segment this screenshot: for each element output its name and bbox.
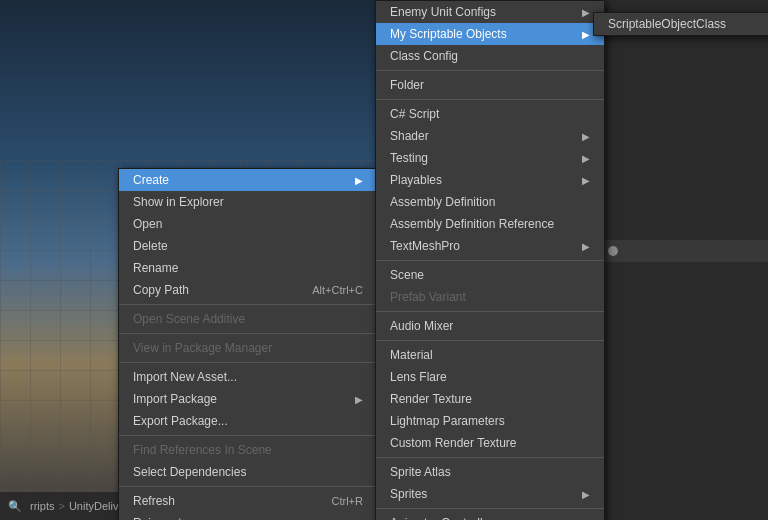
custom-render-texture-label: Custom Render Texture bbox=[390, 436, 517, 450]
menu-item-find-references: Find References In Scene bbox=[119, 439, 377, 461]
copy-path-shortcut: Alt+Ctrl+C bbox=[312, 284, 363, 296]
menu-item-prefab-variant: Prefab Variant bbox=[376, 286, 604, 308]
prefab-variant-label: Prefab Variant bbox=[390, 290, 466, 304]
menu-item-create[interactable]: Create ▶ bbox=[119, 169, 377, 191]
menu-item-show-explorer-label: Show in Explorer bbox=[133, 195, 224, 209]
menu-item-open-scene-additive-label: Open Scene Additive bbox=[133, 312, 245, 326]
lens-flare-label: Lens Flare bbox=[390, 370, 447, 384]
menu-item-custom-render-texture[interactable]: Custom Render Texture bbox=[376, 432, 604, 454]
menu-item-import-package-label: Import Package bbox=[133, 392, 217, 406]
menu-item-enemy-unit-configs[interactable]: Enemy Unit Configs ▶ bbox=[376, 1, 604, 23]
menu-item-copy-path[interactable]: Copy Path Alt+Ctrl+C bbox=[119, 279, 377, 301]
menu-item-export-package-label: Export Package... bbox=[133, 414, 228, 428]
menu-item-assembly-definition-reference[interactable]: Assembly Definition Reference bbox=[376, 213, 604, 235]
separator-1 bbox=[119, 304, 377, 305]
menu-item-rename-label: Rename bbox=[133, 261, 178, 275]
scriptable-arrow-icon: ▶ bbox=[582, 29, 590, 40]
scale-indicator bbox=[608, 246, 618, 256]
menu-item-csharp-script[interactable]: C# Script bbox=[376, 103, 604, 125]
menu-item-shader[interactable]: Shader ▶ bbox=[376, 125, 604, 147]
mid-sep-5 bbox=[376, 340, 604, 341]
menu-item-sprites[interactable]: Sprites ▶ bbox=[376, 483, 604, 505]
menu-item-import-new-asset-label: Import New Asset... bbox=[133, 370, 237, 384]
menu-item-assembly-definition[interactable]: Assembly Definition bbox=[376, 191, 604, 213]
menu-item-rename[interactable]: Rename bbox=[119, 257, 377, 279]
shader-arrow-icon: ▶ bbox=[582, 131, 590, 142]
menu-item-playables[interactable]: Playables ▶ bbox=[376, 169, 604, 191]
menu-item-my-scriptable-objects[interactable]: My Scriptable Objects ▶ bbox=[376, 23, 604, 45]
mid-sep-1 bbox=[376, 70, 604, 71]
textmeshpro-label: TextMeshPro bbox=[390, 239, 460, 253]
menu-item-show-explorer[interactable]: Show in Explorer bbox=[119, 191, 377, 213]
assembly-definition-label: Assembly Definition bbox=[390, 195, 495, 209]
menu-item-animator-controller[interactable]: Animator Controller bbox=[376, 512, 604, 520]
mid-sep-2 bbox=[376, 99, 604, 100]
lightmap-parameters-label: Lightmap Parameters bbox=[390, 414, 505, 428]
material-label: Material bbox=[390, 348, 433, 362]
menu-item-scene[interactable]: Scene bbox=[376, 264, 604, 286]
context-menu-left: Create ▶ Show in Explorer Open Delete Re… bbox=[118, 168, 378, 520]
menu-item-select-dependencies-label: Select Dependencies bbox=[133, 465, 246, 479]
folder-label: Folder bbox=[390, 78, 424, 92]
separator-2 bbox=[119, 333, 377, 334]
testing-arrow-icon: ▶ bbox=[582, 153, 590, 164]
enemy-arrow-icon: ▶ bbox=[582, 7, 590, 18]
separator-4 bbox=[119, 435, 377, 436]
menu-item-audio-mixer[interactable]: Audio Mixer bbox=[376, 315, 604, 337]
mid-sep-4 bbox=[376, 311, 604, 312]
menu-item-folder[interactable]: Folder bbox=[376, 74, 604, 96]
menu-item-copy-path-label: Copy Path bbox=[133, 283, 189, 297]
refresh-shortcut: Ctrl+R bbox=[332, 495, 363, 507]
scene-label: Scene bbox=[390, 268, 424, 282]
menu-item-export-package[interactable]: Export Package... bbox=[119, 410, 377, 432]
search-icon: 🔍 bbox=[8, 500, 22, 513]
context-menu-scriptable-objects: ScriptableObjectClass bbox=[593, 12, 768, 36]
menu-item-lens-flare[interactable]: Lens Flare bbox=[376, 366, 604, 388]
menu-item-find-references-label: Find References In Scene bbox=[133, 443, 272, 457]
menu-item-material[interactable]: Material bbox=[376, 344, 604, 366]
render-texture-label: Render Texture bbox=[390, 392, 472, 406]
mid-sep-3 bbox=[376, 260, 604, 261]
menu-item-open-label: Open bbox=[133, 217, 162, 231]
audio-mixer-label: Audio Mixer bbox=[390, 319, 453, 333]
breadcrumb-separator: > bbox=[58, 500, 64, 512]
menu-item-sprite-atlas[interactable]: Sprite Atlas bbox=[376, 461, 604, 483]
mid-sep-6 bbox=[376, 457, 604, 458]
arrow-right-icon: ▶ bbox=[355, 175, 363, 186]
menu-item-lightmap-parameters[interactable]: Lightmap Parameters bbox=[376, 410, 604, 432]
scriptable-object-class-label: ScriptableObjectClass bbox=[608, 17, 726, 31]
mid-sep-7 bbox=[376, 508, 604, 509]
menu-item-reimport[interactable]: Reimport bbox=[119, 512, 377, 520]
menu-item-view-package-label: View in Package Manager bbox=[133, 341, 272, 355]
menu-item-view-package: View in Package Manager bbox=[119, 337, 377, 359]
menu-item-delete[interactable]: Delete bbox=[119, 235, 377, 257]
textmeshpro-arrow-icon: ▶ bbox=[582, 241, 590, 252]
menu-item-scriptable-object-class[interactable]: ScriptableObjectClass bbox=[594, 13, 768, 35]
enemy-unit-configs-label: Enemy Unit Configs bbox=[390, 5, 496, 19]
sprites-arrow-icon: ▶ bbox=[582, 489, 590, 500]
menu-item-testing[interactable]: Testing ▶ bbox=[376, 147, 604, 169]
separator-3 bbox=[119, 362, 377, 363]
menu-item-import-new-asset[interactable]: Import New Asset... bbox=[119, 366, 377, 388]
menu-item-refresh[interactable]: Refresh Ctrl+R bbox=[119, 490, 377, 512]
menu-item-textmeshpro[interactable]: TextMeshPro ▶ bbox=[376, 235, 604, 257]
menu-item-open[interactable]: Open bbox=[119, 213, 377, 235]
menu-item-select-dependencies[interactable]: Select Dependencies bbox=[119, 461, 377, 483]
menu-item-import-package[interactable]: Import Package ▶ bbox=[119, 388, 377, 410]
context-menu-create: Enemy Unit Configs ▶ My Scriptable Objec… bbox=[375, 0, 605, 520]
sprites-label: Sprites bbox=[390, 487, 427, 501]
menu-item-open-scene-additive: Open Scene Additive bbox=[119, 308, 377, 330]
class-config-label: Class Config bbox=[390, 49, 458, 63]
menu-item-delete-label: Delete bbox=[133, 239, 168, 253]
my-scriptable-objects-label: My Scriptable Objects bbox=[390, 27, 507, 41]
menu-item-class-config[interactable]: Class Config bbox=[376, 45, 604, 67]
animator-controller-label: Animator Controller bbox=[390, 516, 493, 520]
sprite-atlas-label: Sprite Atlas bbox=[390, 465, 451, 479]
menu-item-reimport-label: Reimport bbox=[133, 516, 182, 520]
menu-item-render-texture[interactable]: Render Texture bbox=[376, 388, 604, 410]
assembly-definition-reference-label: Assembly Definition Reference bbox=[390, 217, 554, 231]
menu-item-create-label: Create bbox=[133, 173, 169, 187]
shader-label: Shader bbox=[390, 129, 429, 143]
testing-label: Testing bbox=[390, 151, 428, 165]
playables-arrow-icon: ▶ bbox=[582, 175, 590, 186]
